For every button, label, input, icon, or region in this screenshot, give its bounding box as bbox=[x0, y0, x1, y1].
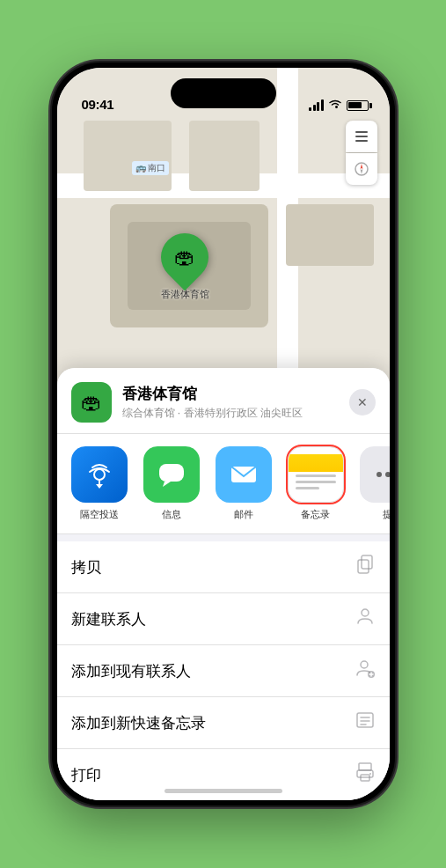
map-layers-button[interactable] bbox=[346, 121, 377, 152]
status-icons bbox=[309, 99, 369, 112]
svg-point-26 bbox=[369, 773, 371, 775]
phone-frame: 09:41 bbox=[52, 63, 395, 805]
wifi-icon bbox=[328, 99, 342, 112]
new-contact-icon bbox=[355, 606, 376, 632]
svg-rect-9 bbox=[159, 464, 184, 482]
svg-marker-8 bbox=[96, 484, 103, 489]
action-row-add-contact[interactable]: 添加到现有联系人 bbox=[57, 645, 390, 697]
more-icon bbox=[360, 446, 390, 503]
battery-icon bbox=[347, 100, 369, 111]
dynamic-island bbox=[171, 78, 276, 108]
action-row-quick-note[interactable]: 添加到新快速备忘录 bbox=[57, 697, 390, 749]
add-contact-icon bbox=[355, 658, 376, 684]
notes-icon bbox=[288, 446, 344, 503]
airdrop-label: 隔空投送 bbox=[80, 508, 119, 521]
svg-rect-2 bbox=[355, 140, 368, 142]
share-item-messages[interactable]: 信息 bbox=[140, 446, 203, 521]
share-item-more[interactable]: 提 bbox=[356, 446, 390, 521]
copy-label: 拷贝 bbox=[71, 557, 101, 577]
map-compass-button[interactable] bbox=[346, 153, 377, 185]
location-info: 香港体育馆 综合体育馆 · 香港特别行政区 油尖旺区 bbox=[122, 384, 339, 421]
share-item-notes[interactable]: 备忘录 bbox=[284, 446, 347, 521]
messages-label: 信息 bbox=[162, 508, 181, 521]
airdrop-icon bbox=[71, 446, 128, 503]
new-contact-label: 新建联系人 bbox=[71, 609, 146, 629]
notes-label: 备忘录 bbox=[301, 508, 330, 521]
map-controls bbox=[346, 121, 377, 185]
svg-point-14 bbox=[362, 609, 369, 616]
svg-marker-10 bbox=[163, 482, 171, 487]
messages-icon bbox=[143, 446, 200, 503]
share-row: 隔空投送 信息 bbox=[57, 434, 390, 534]
map-label: 🚌 南口 bbox=[132, 161, 170, 175]
print-icon bbox=[355, 761, 376, 788]
svg-marker-5 bbox=[360, 169, 362, 174]
pin-bubble: 🏟 bbox=[151, 224, 218, 291]
svg-point-15 bbox=[361, 661, 368, 668]
bottom-sheet: 🏟 香港体育馆 综合体育馆 · 香港特别行政区 油尖旺区 ✕ bbox=[57, 368, 390, 800]
svg-rect-23 bbox=[359, 763, 371, 770]
location-subtitle: 综合体育馆 · 香港特别行政区 油尖旺区 bbox=[122, 406, 339, 421]
action-row-copy[interactable]: 拷贝 bbox=[57, 541, 390, 593]
status-time: 09:41 bbox=[82, 97, 114, 112]
more-label: 提 bbox=[383, 508, 390, 521]
signal-icon bbox=[309, 100, 324, 111]
svg-rect-13 bbox=[358, 560, 369, 573]
close-button[interactable]: ✕ bbox=[349, 389, 376, 416]
share-item-airdrop[interactable]: 隔空投送 bbox=[68, 446, 131, 521]
add-contact-label: 添加到现有联系人 bbox=[71, 661, 191, 681]
action-list: 拷贝 新建联系人 bbox=[57, 541, 390, 800]
mail-icon bbox=[216, 446, 272, 503]
stadium-pin: 🏟 香港体育馆 bbox=[161, 233, 209, 301]
phone-screen: 09:41 bbox=[57, 68, 390, 800]
home-indicator bbox=[165, 789, 282, 793]
svg-point-6 bbox=[94, 469, 105, 480]
print-label: 打印 bbox=[71, 765, 101, 785]
mail-label: 邮件 bbox=[234, 508, 253, 521]
svg-rect-12 bbox=[362, 555, 372, 569]
svg-marker-4 bbox=[360, 164, 362, 169]
quick-note-label: 添加到新快速备忘录 bbox=[71, 713, 206, 733]
pin-icon: 🏟 bbox=[174, 245, 195, 269]
svg-rect-0 bbox=[355, 131, 368, 133]
action-row-new-contact[interactable]: 新建联系人 bbox=[57, 593, 390, 645]
svg-rect-1 bbox=[355, 136, 368, 137]
location-header: 🏟 香港体育馆 综合体育馆 · 香港特别行政区 油尖旺区 ✕ bbox=[57, 368, 390, 434]
location-name: 香港体育馆 bbox=[122, 384, 339, 404]
share-item-mail[interactable]: 邮件 bbox=[212, 446, 275, 521]
copy-icon bbox=[355, 554, 376, 580]
location-icon: 🏟 bbox=[71, 382, 112, 423]
quick-note-icon bbox=[355, 710, 376, 736]
